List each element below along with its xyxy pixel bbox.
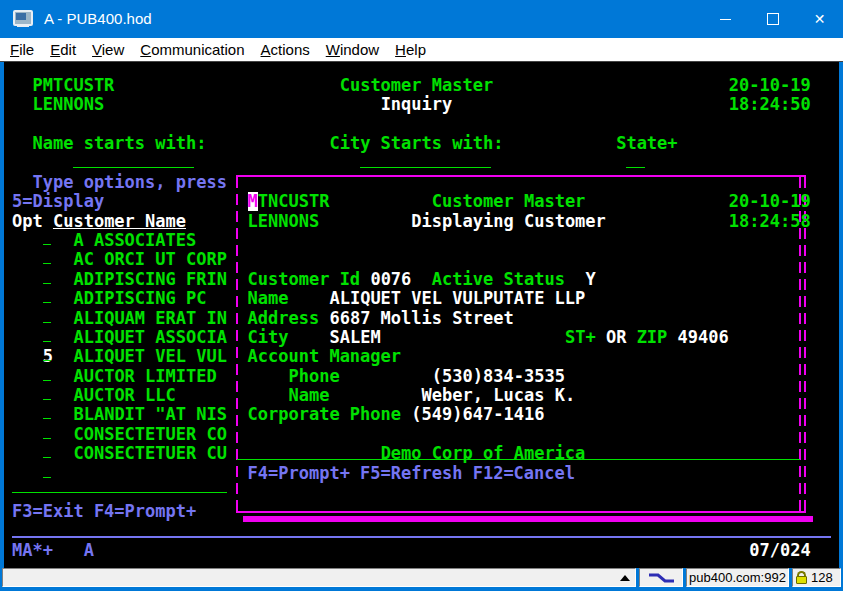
screen-date: 20-10-19 bbox=[729, 76, 811, 95]
padlock-icon bbox=[796, 571, 807, 585]
name-label: Name bbox=[248, 289, 289, 308]
popup-border-top bbox=[236, 175, 806, 177]
screen-time: 18:24:50 bbox=[729, 95, 811, 114]
minimize-button[interactable] bbox=[702, 0, 749, 38]
popup-shadow bbox=[243, 516, 813, 522]
menu-item-communication[interactable]: Communication bbox=[132, 38, 252, 61]
selected-option-value[interactable]: 5 bbox=[43, 347, 53, 366]
state-filter-label: State+ bbox=[616, 134, 677, 153]
active-status-value: Y bbox=[585, 270, 595, 289]
customer-list-item: ADIPISCING PC bbox=[73, 289, 206, 308]
customer-list-item: AUCTOR LLC bbox=[73, 386, 175, 405]
list-footer-separator bbox=[12, 492, 227, 493]
user-name: LENNONS bbox=[32, 95, 104, 114]
corporate-phone-label: Corporate Phone bbox=[248, 405, 402, 424]
popup-subtitle: Displaying Customer bbox=[411, 212, 605, 231]
lightning-bolt-icon bbox=[646, 572, 676, 584]
menu-item-file[interactable]: File bbox=[2, 38, 42, 61]
connection-status-panel bbox=[639, 568, 683, 587]
menu-item-help[interactable]: Help bbox=[387, 38, 434, 61]
city-value: SALEM bbox=[329, 328, 380, 347]
customer-list-item: BLANDIT "AT NIS bbox=[73, 405, 227, 424]
opt-input[interactable] bbox=[43, 244, 51, 245]
customer-id-value: 0076 bbox=[370, 270, 411, 289]
customer-list-item: AUCTOR LIMITED bbox=[73, 367, 216, 386]
opt-input[interactable] bbox=[43, 360, 51, 361]
close-button[interactable]: ✕ bbox=[796, 0, 843, 38]
maximize-button[interactable] bbox=[749, 0, 796, 38]
customer-list-item: A ASSOCIATES bbox=[73, 231, 196, 250]
minimize-icon bbox=[720, 19, 731, 20]
function-key-legend: F3=Exit F4=Prompt+ bbox=[12, 502, 196, 521]
status-bar: pub400.com:992 128 bbox=[2, 568, 841, 587]
manager-phone-value: (530)834-3535 bbox=[432, 367, 565, 386]
opt-input[interactable] bbox=[43, 302, 51, 303]
corporate-phone-value: (549)647-1416 bbox=[411, 405, 544, 424]
opt-input[interactable] bbox=[43, 322, 51, 323]
customer-id-label: Customer Id bbox=[248, 270, 361, 289]
close-icon: ✕ bbox=[814, 12, 826, 26]
manager-phone-label: Phone bbox=[288, 367, 339, 386]
host-address-panel: pub400.com:992 bbox=[686, 568, 789, 587]
popup-title: Customer Master bbox=[432, 192, 586, 211]
opt-input[interactable] bbox=[43, 380, 51, 381]
opt-input[interactable] bbox=[43, 418, 51, 419]
opt-column-header: Opt bbox=[12, 212, 43, 231]
manager-name-label: Name bbox=[288, 386, 329, 405]
status-message-panel bbox=[2, 568, 636, 587]
city-label: City bbox=[248, 328, 289, 347]
instruction-text: Type options, press bbox=[32, 173, 226, 192]
popup-border-left bbox=[236, 177, 238, 511]
city-filter-input[interactable] bbox=[360, 167, 491, 168]
maximize-icon bbox=[767, 13, 779, 25]
name-filter-label: Name starts with: bbox=[32, 134, 206, 153]
oia-session-id: A bbox=[84, 541, 94, 560]
customer-list-item: ADIPISCING FRIN bbox=[73, 270, 227, 289]
popup-program-name: TNCUSTR bbox=[258, 192, 330, 211]
up-arrow-icon[interactable] bbox=[620, 575, 630, 581]
name-value: ALIQUET VEL VULPUTATE LLP bbox=[329, 289, 585, 308]
customer-name-column-header: Customer Name bbox=[53, 212, 186, 231]
screen-title: Customer Master bbox=[340, 76, 494, 95]
opt-input[interactable] bbox=[43, 341, 51, 342]
menu-item-edit[interactable]: Edit bbox=[42, 38, 84, 61]
terminal-screen: PMTCUSTRCustomer Master20-10-19LENNONSIn… bbox=[4, 62, 839, 568]
manager-name-value: Weber, Lucas K. bbox=[422, 386, 576, 405]
oia-separator-line bbox=[12, 536, 831, 538]
zip-label: ZIP bbox=[637, 328, 668, 347]
name-filter-input[interactable] bbox=[73, 167, 194, 168]
address-value: 6687 Mollis Street bbox=[329, 309, 513, 328]
cursor-block: M bbox=[248, 192, 258, 211]
popup-date: 20-10-19 bbox=[729, 192, 811, 211]
company-footer: Demo Corp of America bbox=[381, 444, 586, 463]
opt-input[interactable] bbox=[43, 263, 51, 264]
opt-input[interactable] bbox=[43, 477, 51, 478]
window-title: A - PUB400.hod bbox=[44, 0, 152, 38]
opt-input[interactable] bbox=[43, 283, 51, 284]
opt-input[interactable] bbox=[43, 438, 51, 439]
popup-border-bottom bbox=[236, 511, 806, 513]
state-filter-input[interactable] bbox=[626, 167, 644, 168]
opt-input[interactable] bbox=[43, 399, 51, 400]
host-address: pub400.com:992 bbox=[689, 570, 786, 585]
account-manager-label: Account Manager bbox=[248, 347, 402, 366]
cursor-position-indicator: 07/024 bbox=[749, 541, 810, 560]
screen-subtitle: Inquiry bbox=[381, 95, 453, 114]
menu-item-actions[interactable]: Actions bbox=[253, 38, 318, 61]
app-window: A - PUB400.hod ✕ FileEditViewCommunicati… bbox=[0, 0, 843, 591]
menu-item-view[interactable]: View bbox=[84, 38, 132, 61]
menu-bar: FileEditViewCommunicationActionsWindowHe… bbox=[0, 38, 843, 62]
menu-item-window[interactable]: Window bbox=[318, 38, 387, 61]
encryption-bits: 128 bbox=[811, 570, 833, 585]
state-value: OR bbox=[606, 328, 626, 347]
zip-value: 49406 bbox=[678, 328, 729, 347]
title-bar: A - PUB400.hod ✕ bbox=[0, 0, 843, 38]
program-name: PMTCUSTR bbox=[32, 76, 114, 95]
oia-status-indicator: MA*+ bbox=[12, 541, 53, 560]
terminal-app-icon bbox=[13, 10, 33, 27]
city-filter-label: City Starts with: bbox=[329, 134, 503, 153]
active-status-label: Active Status bbox=[432, 270, 565, 289]
popup-user-name: LENNONS bbox=[248, 212, 320, 231]
opt-input[interactable] bbox=[43, 457, 51, 458]
customer-list-item: ALIQUET ASSOCIA bbox=[73, 328, 227, 347]
